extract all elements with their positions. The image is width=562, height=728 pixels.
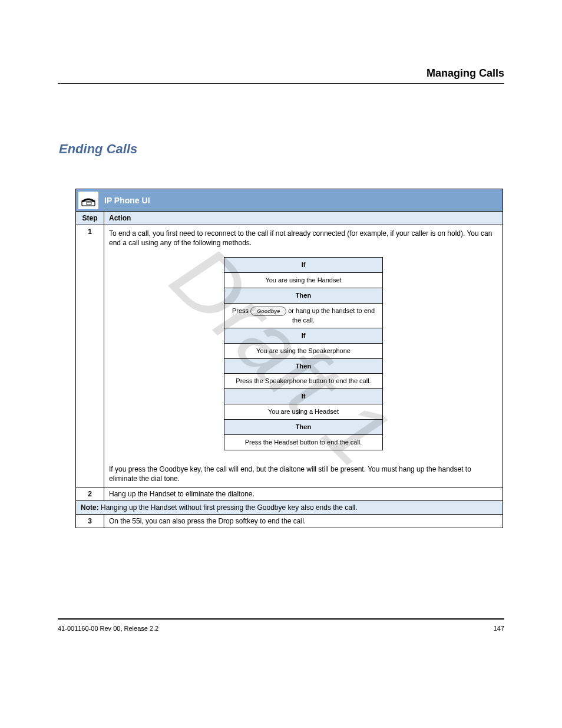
footer-rule — [58, 618, 504, 620]
row1-intro: To end a call, you first need to reconne… — [104, 225, 503, 251]
note-text: Hanging up the Handset without first pre… — [101, 503, 358, 512]
inner-then-header: Then — [224, 419, 383, 434]
table-row: 1 To end a call, you first need to recon… — [76, 225, 503, 487]
table-row: 2 Hang up the Handset to eliminate the d… — [76, 487, 503, 501]
inner-then-body: Press Goodbye or hang up the handset to … — [224, 303, 383, 328]
note-row: Note: Hanging up the Handset without fir… — [76, 501, 503, 515]
row1-outro: If you press the Goodbye key, the call w… — [104, 461, 503, 487]
footer-page-number: 147 — [494, 625, 504, 632]
inner-if-header: If — [224, 389, 383, 404]
table-title-text: IP Phone UI — [104, 196, 150, 205]
col-step: Step — [76, 212, 104, 225]
inner-if-body: You are using a Headset — [224, 404, 383, 420]
table-header-row: Step Action — [76, 212, 503, 225]
svg-rect-1 — [87, 202, 91, 205]
main-table: IP Phone UI Step Action 1 To end a call,… — [75, 189, 503, 528]
inner-then-body: Press the Headset button to end the call… — [224, 434, 383, 450]
col-action: Action — [104, 212, 503, 225]
inner-if-body: You are using the Handset — [224, 273, 383, 288]
goodbye-button-icon: Goodbye — [250, 307, 286, 316]
inner-then-header: Then — [224, 288, 383, 304]
inner-if-header: If — [224, 328, 383, 343]
phone-icon — [78, 192, 98, 209]
section-title: Ending Calls — [59, 141, 137, 157]
step-action: On the 55i, you can also press the Drop … — [104, 515, 503, 528]
table-row: 3 On the 55i, you can also press the Dro… — [76, 515, 503, 528]
footer-left: 41-001160-00 Rev 00, Release 2.2 — [58, 625, 158, 632]
inner-if-body: You are using the Speakerphone — [224, 343, 383, 358]
step-number: 1 — [76, 225, 104, 487]
step-action: Hang up the Handset to eliminate the dia… — [104, 487, 503, 501]
inner-table: If You are using the Handset Then Press … — [224, 257, 383, 450]
then-pre: Press — [232, 307, 250, 314]
step-number: 3 — [76, 515, 104, 528]
inner-if-header: If — [224, 258, 383, 273]
then-post: or hang up the handset to end the call. — [288, 307, 375, 324]
page-header: Managing Calls — [58, 67, 504, 84]
inner-then-body: Press the Speakerphone button to end the… — [224, 374, 383, 389]
table-title-bar: IP Phone UI — [76, 189, 503, 212]
inner-then-header: Then — [224, 358, 383, 374]
note-label: Note: — [81, 503, 99, 512]
step-action: To end a call, you first need to reconne… — [104, 225, 503, 487]
step-number: 2 — [76, 487, 104, 501]
header-title: Managing Calls — [58, 67, 504, 84]
